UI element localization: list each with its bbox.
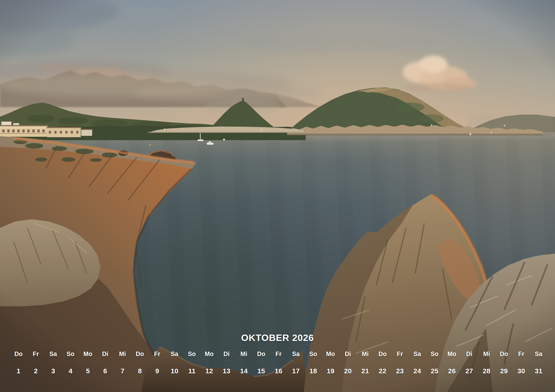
date-number: 12	[201, 367, 218, 375]
calendar-grid: Do1Fr2Sa3So4Mo5Di6Mi7Do8Fr9Sa10So11Mo12D…	[10, 350, 547, 375]
weekday-label: Di	[460, 350, 478, 357]
weekday-label: Mi	[478, 350, 495, 357]
date-number: 3	[44, 367, 62, 375]
date-number: 11	[183, 367, 201, 375]
weekday-label: Mi	[357, 350, 374, 357]
calendar-day-cell: Mo12	[201, 350, 218, 375]
calendar-day-cell: Fr2	[27, 350, 44, 375]
calendar-day-cell: Do8	[131, 350, 148, 375]
calendar-day-cell: Sa24	[409, 350, 426, 375]
calendar-title: OKTOBER 2026	[0, 333, 555, 343]
calendar-day-cell: Di20	[339, 350, 357, 375]
calendar-day-cell: Di13	[218, 350, 235, 375]
calendar-day-cell: Fr23	[391, 350, 409, 375]
weekday-label: So	[183, 350, 201, 357]
weekday-label: Mo	[79, 350, 96, 357]
calendar-day-cell: Mo19	[322, 350, 339, 375]
calendar-day-cell: Mi21	[357, 350, 374, 375]
date-number: 27	[460, 367, 478, 375]
calendar-day-cell: Mi14	[235, 350, 253, 375]
date-number: 31	[530, 367, 547, 375]
weekday-label: Do	[253, 350, 270, 357]
calendar-day-cell: Mo5	[79, 350, 96, 375]
calendar-day-cell: Di6	[96, 350, 114, 375]
calendar-day-cell: Mi28	[478, 350, 495, 375]
date-number: 25	[426, 367, 443, 375]
calendar-day-cell: Do1	[10, 350, 27, 375]
calendar-day-cell: Mi7	[114, 350, 131, 375]
weekday-label: Mo	[443, 350, 460, 357]
weekday-label: Mi	[235, 350, 253, 357]
weekday-label: So	[426, 350, 443, 357]
date-number: 14	[235, 367, 253, 375]
calendar-page: OKTOBER 2026 Do1Fr2Sa3So4Mo5Di6Mi7Do8Fr9…	[0, 0, 555, 392]
weekday-label: Di	[96, 350, 114, 357]
date-number: 16	[270, 367, 287, 375]
date-number: 21	[357, 367, 374, 375]
date-number: 15	[253, 367, 270, 375]
calendar-day-cell: Do22	[374, 350, 391, 375]
date-number: 7	[114, 367, 131, 375]
weekday-label: Fr	[270, 350, 287, 357]
calendar-day-cell: Sa17	[287, 350, 305, 375]
weekday-label: Mi	[114, 350, 131, 357]
date-number: 23	[391, 367, 409, 375]
date-number: 22	[374, 367, 391, 375]
date-number: 4	[62, 367, 79, 375]
date-number: 28	[478, 367, 495, 375]
date-number: 1	[10, 367, 27, 375]
weekday-label: Sa	[530, 350, 547, 357]
weekday-label: Sa	[409, 350, 426, 357]
calendar-day-cell: Do29	[495, 350, 512, 375]
date-number: 6	[96, 367, 114, 375]
calendar-day-cell: So25	[426, 350, 443, 375]
date-number: 13	[218, 367, 235, 375]
calendar-day-cell: So4	[62, 350, 79, 375]
date-number: 5	[79, 367, 96, 375]
weekday-label: Sa	[44, 350, 62, 357]
weekday-label: Fr	[512, 350, 530, 357]
weekday-label: Fr	[391, 350, 409, 357]
weekday-label: Di	[339, 350, 357, 357]
weekday-label: Fr	[27, 350, 44, 357]
weekday-label: Sa	[287, 350, 305, 357]
date-number: 20	[339, 367, 357, 375]
calendar-day-cell: Fr16	[270, 350, 287, 375]
date-number: 8	[131, 367, 148, 375]
weekday-label: Di	[218, 350, 235, 357]
calendar-day-cell: Fr30	[512, 350, 530, 375]
calendar-day-cell: So18	[305, 350, 322, 375]
calendar-day-cell: Di27	[460, 350, 478, 375]
weekday-label: Do	[131, 350, 148, 357]
calendar-day-cell: So11	[183, 350, 201, 375]
weekday-label: Fr	[148, 350, 166, 357]
weekday-label: Do	[374, 350, 391, 357]
date-number: 9	[148, 367, 166, 375]
weekday-label: Sa	[166, 350, 183, 357]
calendar-day-cell: Sa31	[530, 350, 547, 375]
date-number: 2	[27, 367, 44, 375]
weekday-label: Mo	[322, 350, 339, 357]
weekday-label: Do	[495, 350, 512, 357]
date-number: 18	[305, 367, 322, 375]
date-number: 17	[287, 367, 305, 375]
weekday-label: Do	[10, 350, 27, 357]
date-number: 29	[495, 367, 512, 375]
date-number: 30	[512, 367, 530, 375]
weekday-label: So	[305, 350, 322, 357]
date-number: 24	[409, 367, 426, 375]
date-number: 26	[443, 367, 460, 375]
calendar-day-cell: Sa10	[166, 350, 183, 375]
weekday-label: Mo	[201, 350, 218, 357]
calendar-day-cell: Fr9	[148, 350, 166, 375]
date-number: 10	[166, 367, 183, 375]
date-number: 19	[322, 367, 339, 375]
weekday-label: So	[62, 350, 79, 357]
calendar-day-cell: Mo26	[443, 350, 460, 375]
calendar-day-cell: Do15	[253, 350, 270, 375]
calendar-day-cell: Sa3	[44, 350, 62, 375]
